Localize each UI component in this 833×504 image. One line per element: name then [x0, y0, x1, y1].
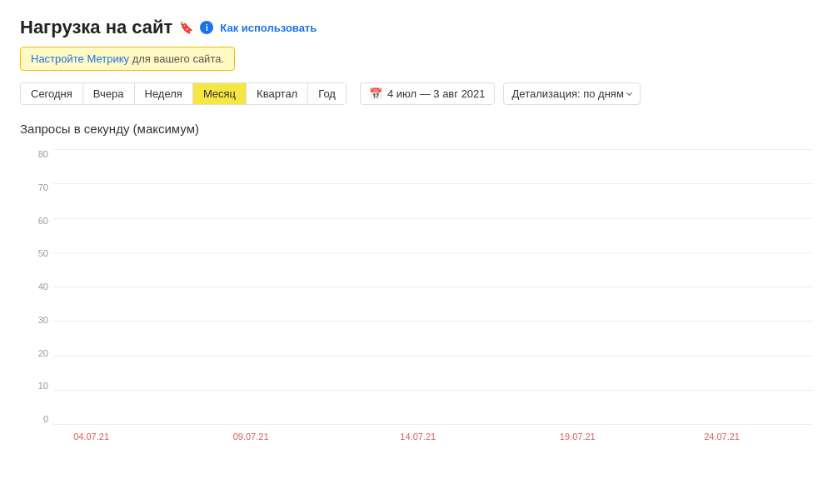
bookmark-icon[interactable]: 🔖 — [179, 21, 193, 34]
y-label: 50 — [20, 248, 53, 258]
setup-banner: Настройте Метрику для вашего сайта. — [20, 47, 235, 71]
info-icon[interactable]: i — [200, 21, 213, 34]
y-axis: 01020304050607080 — [20, 149, 53, 424]
chevron-down-icon — [626, 90, 632, 96]
period-tabs: СегодняВчераНеделяМесяцКварталГод — [20, 82, 347, 105]
x-label: 09.07.21 — [233, 432, 269, 442]
how-to-link[interactable]: Как использовать — [220, 22, 317, 34]
controls-row: СегодняВчераНеделяМесяцКварталГод 📅 4 ию… — [20, 82, 813, 105]
bars-container — [53, 149, 813, 424]
date-picker[interactable]: 📅 4 июл — 3 авг 2021 — [360, 82, 495, 105]
setup-metrika-link[interactable]: Настройте Метрику — [31, 52, 129, 65]
chart-title-text: Запросы в секунду (максимум) — [20, 122, 199, 136]
y-label: 70 — [20, 182, 53, 192]
date-range-text: 4 июл — 3 авг 2021 — [387, 87, 486, 100]
x-axis: 04.07.2109.07.2114.07.2119.07.2124.07.21 — [53, 424, 813, 449]
page-title: Нагрузка на сайт 🔖 i Как использовать — [20, 17, 813, 38]
period-tab-год[interactable]: Год — [308, 83, 346, 104]
y-label: 30 — [20, 315, 53, 325]
period-tab-неделя[interactable]: Неделя — [135, 83, 193, 104]
x-label: 04.07.21 — [73, 432, 109, 442]
period-tab-вчера[interactable]: Вчера — [83, 83, 135, 104]
y-label: 20 — [20, 348, 53, 358]
x-label: 19.07.21 — [560, 432, 596, 442]
title-text: Нагрузка на сайт — [20, 17, 172, 38]
how-to-text: Как использовать — [220, 22, 317, 34]
y-label: 0 — [20, 414, 53, 424]
detail-label-text: Детализация: по дням — [512, 87, 624, 100]
period-tab-квартал[interactable]: Квартал — [247, 83, 308, 104]
y-label: 40 — [20, 282, 53, 292]
x-label: 24.07.21 — [704, 432, 740, 442]
calendar-icon: 📅 — [369, 87, 382, 100]
period-tab-месяц[interactable]: Месяц — [193, 83, 247, 104]
period-tab-сегодня[interactable]: Сегодня — [21, 83, 83, 104]
chart-area: 01020304050607080 04.07.2109.07.2114.07.… — [20, 149, 813, 449]
x-label: 14.07.21 — [400, 432, 436, 442]
y-label: 10 — [20, 381, 53, 391]
y-label: 60 — [20, 216, 53, 226]
chart-title: Запросы в секунду (максимум) — [20, 122, 813, 136]
y-label: 80 — [20, 149, 53, 159]
banner-suffix: для вашего сайта. — [132, 52, 224, 65]
detail-dropdown[interactable]: Детализация: по дням — [503, 82, 641, 105]
